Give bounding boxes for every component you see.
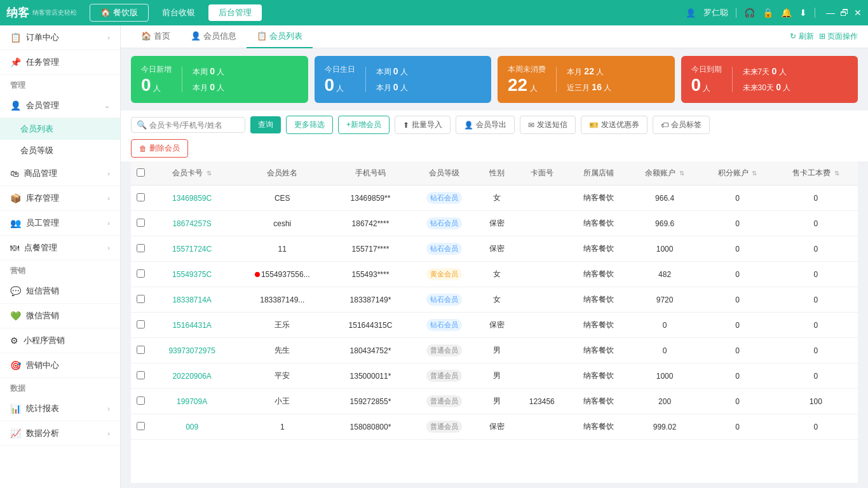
add-member-button[interactable]: +新增会员 (338, 116, 390, 134)
row-checkbox-5[interactable] (137, 320, 145, 329)
cell-card-no-7[interactable]: 20220906A (150, 363, 234, 389)
row-checkbox-2[interactable] (137, 244, 145, 252)
delete-member-button[interactable]: 🗑 删除会员 (131, 139, 188, 158)
row-checkbox-9[interactable] (137, 422, 145, 430)
tab-member-list[interactable]: 📋 会员列表 (247, 25, 313, 48)
table-row: 199709A 小王 159272855* 普通会员 男 123456 纳客餐饮… (131, 389, 858, 414)
catering-icon: 🏠 (100, 8, 111, 17)
cell-gender-4: 女 (478, 287, 515, 313)
search-icon: 🔍 (137, 120, 147, 130)
cell-shop-9: 纳客餐饮 (568, 414, 628, 440)
download-icon[interactable]: ⬇ (799, 8, 807, 18)
cell-card-no-2[interactable]: 15571724C (150, 236, 234, 262)
user-icon: 👤 (686, 8, 696, 18)
cell-shop-2: 纳客餐饮 (568, 236, 628, 262)
table-row: 13469859C CES 13469859** 钻石会员 女 纳客餐饮 966… (131, 186, 858, 211)
stat-side-expire: 未来7天 0 人 未来30天 0 人 (743, 64, 791, 95)
stat-3month-no-consume: 近三月 16 人 (567, 79, 611, 95)
restore-button[interactable]: 🗗 (840, 8, 849, 18)
row-checkbox-1[interactable] (137, 219, 145, 227)
select-all-checkbox[interactable] (137, 168, 145, 177)
stat-value-no-consume: 22 人 (508, 75, 546, 95)
row-checkbox-0[interactable] (137, 193, 145, 201)
cell-card-no-6[interactable]: 93973072975 (150, 338, 234, 363)
sidebar-item-order-mgmt[interactable]: 🍽 点餐管理 › (0, 236, 120, 261)
export-button[interactable]: 👤 会员导出 (456, 116, 515, 134)
row-checkbox-8[interactable] (137, 396, 145, 405)
tab-home[interactable]: 🏠 首页 (131, 25, 180, 48)
send-sms-button[interactable]: ✉ 发送短信 (520, 116, 576, 134)
main-layout: 📋 订单中心 › 📌 任务管理 管理 👤 会员管理 ⌄ 会员列表 会员等级 🛍 … (0, 25, 868, 488)
close-button[interactable]: ✕ (854, 8, 862, 18)
sms-icon: 💬 (10, 286, 21, 296)
cell-card-face-1 (515, 211, 568, 236)
batch-import-button[interactable]: ⬆ 批量导入 (395, 116, 451, 134)
cell-card-no-5[interactable]: 15164431A (150, 313, 234, 338)
refresh-button[interactable]: ↻ 刷新 (790, 31, 813, 42)
row-checkbox-4[interactable] (137, 295, 145, 303)
mini-program-icon: ⚙ (10, 336, 18, 346)
cell-level-2: 钻石会员 (410, 236, 478, 262)
sidebar-item-task[interactable]: 📌 任务管理 (0, 50, 120, 75)
page-ops-button[interactable]: ⊞ 页面操作 (819, 31, 858, 42)
cell-card-no-9[interactable]: 009 (150, 414, 234, 440)
chevron-right-icon5: › (107, 244, 110, 252)
tab-member-info[interactable]: 👤 会员信息 (180, 25, 247, 48)
cell-gender-9: 保密 (478, 414, 515, 440)
order-mgmt-icon: 🍽 (10, 243, 19, 253)
stat-month-new: 本月 0 人 (193, 79, 224, 95)
member-info-icon: 👤 (191, 31, 201, 41)
table-container: 会员卡号 ⇅ 会员姓名 手机号码 会员等级 性别 卡面号 所属店铺 余额账户 ⇅ (131, 161, 858, 483)
cell-shop-4: 纳客餐饮 (568, 287, 628, 313)
send-coupon-button[interactable]: 🎫 发送优惠券 (581, 116, 648, 134)
sidebar-item-stats[interactable]: 📊 统计报表 › (0, 396, 120, 421)
query-button[interactable]: 查询 (250, 116, 281, 133)
divider-birthday (365, 67, 366, 92)
sidebar-item-member-level[interactable]: 会员等级 (0, 140, 120, 161)
cell-card-no-4[interactable]: 18338714A (150, 287, 234, 313)
row-checkbox-6[interactable] (137, 346, 145, 354)
row-checkbox-3[interactable] (137, 269, 145, 278)
cell-card-no-0[interactable]: 13469859C (150, 186, 234, 211)
tab-catering[interactable]: 🏠 餐饮版 (90, 4, 149, 22)
cell-card-no-3[interactable]: 15549375C (150, 262, 234, 287)
sidebar-item-mini-program[interactable]: ⚙ 小程序营销 (0, 329, 120, 353)
sort-card-no-icon[interactable]: ⇅ (207, 170, 212, 177)
th-balance: 余额账户 ⇅ (628, 161, 701, 186)
sort-balance-icon[interactable]: ⇅ (679, 170, 684, 177)
stat-week-new: 本周 0 人 (193, 64, 224, 79)
search-input[interactable] (149, 121, 238, 130)
stat-title-birthday: 今日生日 (325, 64, 355, 75)
sidebar-item-staff[interactable]: 👥 员工管理 › (0, 211, 120, 236)
tab-front-cashier[interactable]: 前台收银 (152, 4, 205, 21)
cell-card-no-1[interactable]: 18674257S (150, 211, 234, 236)
cell-points-6: 0 (701, 338, 773, 363)
search-box[interactable]: 🔍 (131, 117, 245, 133)
sidebar-item-goods[interactable]: 🛍 商品管理 › (0, 161, 120, 186)
sidebar-item-sms[interactable]: 💬 短信营销 (0, 279, 120, 304)
row-checkbox-7[interactable] (137, 371, 145, 379)
cell-level-6: 普通会员 (410, 338, 478, 363)
sidebar-item-order-center[interactable]: 📋 订单中心 › (0, 25, 120, 50)
sidebar-item-marketing-center[interactable]: 🎯 营销中心 (0, 353, 120, 378)
cell-card-no-8[interactable]: 199709A (150, 389, 234, 414)
sort-points-icon[interactable]: ⇅ (752, 170, 757, 177)
headset-icon[interactable]: 🎧 (744, 8, 755, 18)
more-filter-button[interactable]: 更多筛选 (286, 116, 333, 134)
minimize-button[interactable]: — (826, 8, 835, 18)
member-tag-button[interactable]: 🏷 会员标签 (653, 116, 710, 134)
sidebar-item-wechat[interactable]: 💚 微信营销 (0, 304, 120, 329)
lock-icon[interactable]: 🔒 (763, 8, 773, 18)
stat-title-new: 今日新增 (141, 64, 172, 75)
cell-gender-7: 男 (478, 363, 515, 389)
bell-icon[interactable]: 🔔 (781, 8, 792, 18)
tab-back-office[interactable]: 后台管理 (208, 4, 262, 21)
th-shop: 所属店铺 (568, 161, 628, 186)
sidebar-item-inventory[interactable]: 📦 库存管理 › (0, 186, 120, 211)
sort-sale-fee-icon[interactable]: ⇅ (834, 170, 839, 177)
sidebar-item-data-analysis[interactable]: 📈 数据分析 › (0, 421, 120, 446)
cell-points-8: 0 (701, 389, 773, 414)
sidebar-item-member-mgmt[interactable]: 👤 会员管理 ⌄ (0, 93, 120, 118)
cell-points-3: 0 (701, 262, 773, 287)
sidebar-item-member-list[interactable]: 会员列表 (0, 118, 120, 140)
